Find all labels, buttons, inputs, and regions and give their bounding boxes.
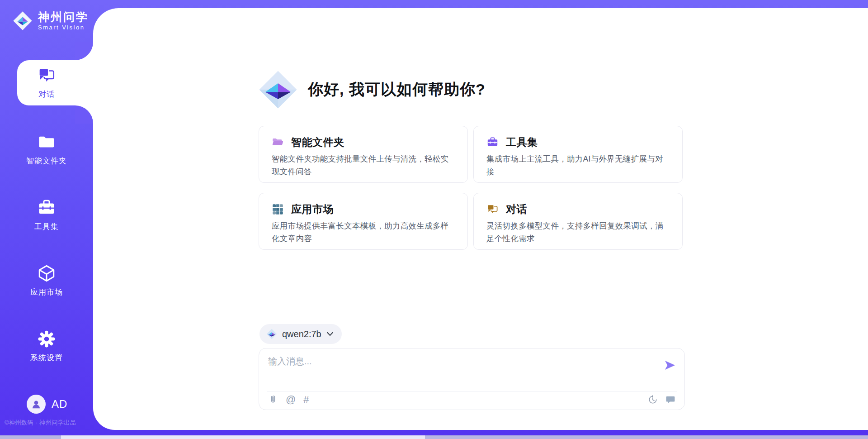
card-app-market[interactable]: 应用市场 应用市场提供丰富长文本模板，助力高效生成多样化文章内容: [259, 193, 468, 250]
message-input[interactable]: [268, 355, 652, 380]
folder-icon: [37, 133, 56, 152]
attachment-icon[interactable]: [268, 395, 278, 405]
message-composer: @ #: [259, 348, 685, 410]
card-description: 灵活切换多模型文件，支持多样回复效果调试，满足个性化需求: [486, 220, 670, 245]
card-description: 集成市场上主流工具，助力AI与外界无缝扩展与对接: [486, 153, 670, 178]
grid-icon: [272, 203, 284, 215]
sidebar: 神州问学 Smart Vision 对话 智能文件夹: [0, 0, 93, 439]
feature-cards: 智能文件夹 智能文件夹功能支持批量文件上传与清洗，轻松实现文件问答 工具集 集成…: [259, 126, 683, 250]
sidebar-item-label: 对话: [38, 89, 55, 100]
chat-bubbles-icon: [37, 66, 56, 85]
folder-open-icon: [272, 136, 284, 148]
sidebar-item-toolset[interactable]: 工具集: [0, 192, 93, 238]
brand-logo: 神州问学 Smart Vision: [13, 10, 89, 32]
user-profile[interactable]: AD: [27, 395, 67, 414]
sidebar-item-smart-folder[interactable]: 智能文件夹: [0, 127, 93, 172]
brand-subtitle: Smart Vision: [38, 24, 89, 31]
model-selector[interactable]: qwen2:7b: [259, 324, 342, 344]
greeting-block: 你好, 我可以如何帮助你?: [258, 68, 486, 111]
horizontal-scrollbar-thumb[interactable]: [61, 435, 425, 439]
card-title: 工具集: [506, 135, 538, 149]
mention-icon[interactable]: @: [286, 395, 296, 405]
sidebar-item-app-market[interactable]: 应用市场: [0, 258, 93, 303]
copyright-footer: ©神州数码 · 神州问学出品: [5, 419, 76, 427]
card-title: 应用市场: [291, 202, 334, 216]
card-title: 智能文件夹: [291, 135, 344, 149]
sidebar-item-chat[interactable]: 对话: [0, 60, 93, 105]
card-description: 应用市场提供丰富长文本模板，助力高效生成多样化文章内容: [272, 220, 455, 245]
gear-icon: [37, 329, 56, 348]
chat-bubbles-icon: [486, 203, 499, 215]
send-icon[interactable]: [664, 359, 676, 372]
user-name: AD: [52, 398, 67, 410]
avatar: [27, 395, 46, 414]
person-icon: [30, 398, 42, 410]
card-description: 智能文件夹功能支持批量文件上传与清洗，轻松实现文件问答: [272, 153, 455, 178]
feedback-bubble-icon[interactable]: [665, 395, 675, 405]
toolbox-icon: [486, 136, 499, 148]
horizontal-scrollbar-track: [0, 435, 868, 439]
card-toolset[interactable]: 工具集 集成市场上主流工具，助力AI与外界无缝扩展与对接: [473, 126, 683, 183]
sidebar-item-label: 智能文件夹: [26, 156, 67, 166]
chevron-down-icon: [326, 332, 334, 336]
card-title: 对话: [506, 202, 527, 216]
sidebar-item-settings[interactable]: 系统设置: [0, 324, 93, 369]
composer-divider: [267, 391, 677, 391]
cube-icon: [37, 264, 56, 283]
sidebar-item-label: 工具集: [34, 221, 59, 232]
history-icon[interactable]: [648, 395, 658, 405]
card-smart-folder[interactable]: 智能文件夹 智能文件夹功能支持批量文件上传与清洗，轻松实现文件问答: [259, 126, 468, 183]
main-panel: 你好, 我可以如何帮助你? 智能文件夹 智能文件夹功能支持批量文件上传与清洗，轻…: [93, 8, 868, 430]
hash-icon[interactable]: #: [303, 395, 309, 405]
brand-diamond-icon: [13, 10, 33, 32]
card-chat[interactable]: 对话 灵活切换多模型文件，支持多样回复效果调试，满足个性化需求: [473, 193, 683, 250]
model-name: qwen2:7b: [282, 329, 321, 339]
brand-diamond-logo-small: [266, 328, 277, 340]
greeting-text: 你好, 我可以如何帮助你?: [308, 79, 486, 100]
sidebar-item-label: 应用市场: [30, 287, 63, 297]
brand-name: 神州问学: [38, 11, 89, 24]
toolbox-icon: [37, 198, 56, 217]
brand-diamond-logo-large: [258, 68, 298, 111]
sidebar-item-label: 系统设置: [30, 353, 63, 363]
